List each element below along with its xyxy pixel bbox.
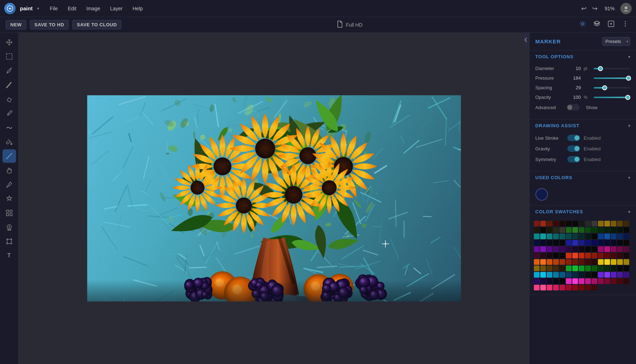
color-swatch-108[interactable] [553,266,559,271]
menu-help[interactable]: Help [129,4,146,13]
color-swatch-41[interactable] [604,234,610,239]
color-swatch-42[interactable] [611,234,616,239]
menu-file[interactable]: File [46,4,62,13]
marker-tool-btn[interactable] [2,149,16,163]
color-swatch-63[interactable] [553,246,559,252]
color-swatch-123[interactable] [553,272,559,278]
color-swatch-8[interactable] [585,221,591,226]
color-swatch-26[interactable] [604,227,610,233]
color-swatch-39[interactable] [592,234,597,239]
color-swatch-58[interactable] [617,240,623,246]
color-swatch-155[interactable] [566,285,572,290]
color-swatch-51[interactable] [572,240,578,246]
color-swatch-150[interactable] [534,285,540,290]
color-swatch-28[interactable] [617,227,623,233]
color-swatch-64[interactable] [559,246,565,252]
color-swatch-132[interactable] [611,272,616,278]
color-swatch-55[interactable] [598,240,604,246]
color-swatch-57[interactable] [611,240,616,246]
color-swatch-66[interactable] [572,246,578,252]
color-swatch-111[interactable] [572,266,578,271]
color-swatch-91[interactable] [540,259,546,265]
color-swatch-147[interactable] [611,278,616,284]
color-swatch-77[interactable] [547,253,552,258]
opacity-slider[interactable] [594,97,630,98]
color-swatch-116[interactable] [604,266,610,271]
color-swatch-145[interactable] [598,278,604,284]
save-cloud-button[interactable]: SAVE TO CLOUD [72,20,121,30]
spacing-slider[interactable] [594,87,630,89]
color-swatch-96[interactable] [572,259,578,265]
color-swatch-126[interactable] [572,272,578,278]
eyedropper-tool-btn[interactable] [2,178,16,191]
new-button[interactable]: NEW [6,20,26,30]
settings-icon[interactable] [578,19,588,31]
tool-options-header[interactable]: TOOL OPTIONS ▾ [530,50,636,63]
color-swatch-117[interactable] [611,266,616,271]
undo-button[interactable]: ↩ [580,3,588,14]
color-swatch-72[interactable] [611,246,616,252]
color-swatch-153[interactable] [553,285,559,290]
move-tool-btn[interactable] [2,36,16,49]
menu-image[interactable]: Image [83,4,104,13]
color-swatch-47[interactable] [547,240,552,246]
color-swatch-31[interactable] [540,234,546,239]
color-swatch-140[interactable] [566,278,572,284]
color-swatch-86[interactable] [604,253,610,258]
color-swatch-67[interactable] [579,246,584,252]
color-swatch-102[interactable] [611,259,616,265]
color-swatch-89[interactable] [624,253,629,258]
color-swatch-60[interactable] [534,246,540,252]
color-swatch-141[interactable] [572,278,578,284]
color-swatch-44[interactable] [624,234,629,239]
app-logo[interactable] [4,3,16,14]
color-swatch-12[interactable] [611,221,616,226]
color-swatch-92[interactable] [547,259,552,265]
color-swatch-82[interactable] [579,253,584,258]
color-swatch-124[interactable] [559,272,565,278]
color-swatch-18[interactable] [553,227,559,233]
color-swatch-138[interactable] [553,278,559,284]
color-swatch-110[interactable] [566,266,572,271]
color-swatch-134[interactable] [624,272,629,278]
color-swatch-1[interactable] [540,221,546,226]
color-swatch-157[interactable] [579,285,584,290]
color-swatch-25[interactable] [598,227,604,233]
color-swatch-143[interactable] [585,278,591,284]
color-swatch-100[interactable] [598,259,604,265]
color-swatch-121[interactable] [540,272,546,278]
color-swatch-122[interactable] [547,272,552,278]
color-swatch-151[interactable] [540,285,546,290]
color-swatch-79[interactable] [559,253,565,258]
color-swatch-74[interactable] [624,246,629,252]
menu-layer[interactable]: Layer [106,4,126,13]
color-swatch-52[interactable] [579,240,584,246]
color-swatch-34[interactable] [559,234,565,239]
color-swatch-129[interactable] [592,272,597,278]
color-swatch-61[interactable] [540,246,546,252]
color-swatch-93[interactable] [553,259,559,265]
used-colors-header[interactable]: USED COLORS ▾ [530,171,636,184]
color-swatch-156[interactable] [572,285,578,290]
color-swatch-71[interactable] [604,246,610,252]
transform-tool-btn[interactable] [2,235,16,248]
color-swatch-65[interactable] [566,246,572,252]
color-swatch-20[interactable] [566,227,572,233]
color-swatch-84[interactable] [592,253,597,258]
advanced-toggle[interactable] [567,104,579,111]
color-swatch-139[interactable] [559,278,565,284]
save-hd-button[interactable]: SAVE TO HD [30,20,69,30]
primary-color-swatch[interactable] [535,188,548,201]
color-swatch-36[interactable] [572,234,578,239]
color-swatch-43[interactable] [617,234,623,239]
fx-tool-btn[interactable] [2,192,16,205]
user-avatar[interactable] [620,3,632,14]
color-swatch-69[interactable] [592,246,597,252]
pencil-tool-btn[interactable] [2,107,16,120]
color-swatch-146[interactable] [604,278,610,284]
color-swatch-68[interactable] [585,246,591,252]
color-swatch-70[interactable] [598,246,604,252]
color-swatch-38[interactable] [585,234,591,239]
color-swatch-149[interactable] [624,278,629,284]
color-swatch-17[interactable] [547,227,552,233]
